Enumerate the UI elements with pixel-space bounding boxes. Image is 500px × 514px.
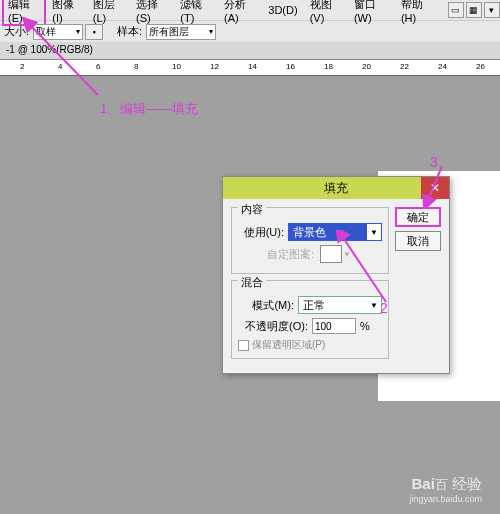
watermark-brand2: 经验 <box>452 475 482 492</box>
menu-analysis[interactable]: 分析(A) <box>218 0 262 26</box>
chevron-down-icon: ▼ <box>367 228 381 237</box>
mode-value: 正常 <box>299 298 367 313</box>
cancel-button[interactable]: 取消 <box>395 231 441 251</box>
toolbar-extra-2[interactable]: ▦ <box>466 2 482 18</box>
toolbar-extra-3[interactable]: ▾ <box>484 2 500 18</box>
percent-label: % <box>360 320 370 332</box>
menu-filter[interactable]: 滤镜(T) <box>174 0 218 26</box>
close-button[interactable]: ✕ <box>421 177 449 199</box>
blend-group: 混合 模式(M): 正常 ▼ 不透明度(O): 100 % 保留透明区域(P) <box>231 280 389 359</box>
chevron-down-icon: ▼ <box>343 250 351 259</box>
ruler-mark: 2 <box>20 62 24 71</box>
watermark-brand: Bai <box>411 475 434 492</box>
pattern-swatch[interactable] <box>320 245 342 263</box>
preserve-label: 保留透明区域(P) <box>252 338 325 352</box>
sample-label: 样本: <box>117 24 142 39</box>
use-select-value: 背景色 <box>289 224 367 240</box>
ruler-mark: 4 <box>58 62 62 71</box>
content-group-label: 内容 <box>238 202 266 217</box>
annotation-text-3: 3 <box>430 154 438 170</box>
menu-3d[interactable]: 3D(D) <box>262 2 303 18</box>
watermark: Bai百 经验 jingyan.baidu.com <box>409 475 482 504</box>
ok-button[interactable]: 确定 <box>395 207 441 227</box>
mode-select[interactable]: 正常 ▼ <box>298 296 382 314</box>
ruler-mark: 22 <box>400 62 409 71</box>
mode-label: 模式(M): <box>238 298 294 313</box>
ruler-horizontal: 2 4 6 8 10 12 14 16 18 20 22 24 26 <box>0 60 500 76</box>
pattern-label: 自定图案: <box>238 247 314 262</box>
ruler-mark: 18 <box>324 62 333 71</box>
ruler-mark: 20 <box>362 62 371 71</box>
opacity-input[interactable]: 100 <box>312 318 356 334</box>
fill-dialog: 填充 ✕ 内容 使用(U): 背景色 ▼ 自定图案: ▼ <box>222 176 450 374</box>
ruler-mark: 24 <box>438 62 447 71</box>
menu-image[interactable]: 图像(I) <box>46 0 87 26</box>
menu-help[interactable]: 帮助(H) <box>395 0 440 26</box>
annotation-text-1: 1、编辑——填充 <box>100 100 198 118</box>
dialog-title-text: 填充 <box>324 180 348 197</box>
ruler-mark: 10 <box>172 62 181 71</box>
ruler-mark: 8 <box>134 62 138 71</box>
use-select[interactable]: 背景色 ▼ <box>288 223 382 241</box>
menu-select[interactable]: 选择(S) <box>130 0 174 26</box>
document-tab[interactable]: -1 @ 100%(RGB/8) <box>0 42 500 60</box>
dialog-titlebar[interactable]: 填充 ✕ <box>223 177 449 199</box>
menu-edit[interactable]: 编辑(E) <box>2 0 46 26</box>
sample-select[interactable]: 所有图层▾ <box>146 24 216 40</box>
swatch-button[interactable]: ▪ <box>85 24 103 40</box>
ruler-mark: 14 <box>248 62 257 71</box>
menubar: 编辑(E) 图像(I) 图层(L) 选择(S) 滤镜(T) 分析(A) 3D(D… <box>0 0 500 20</box>
use-label: 使用(U): <box>238 225 284 240</box>
ruler-mark: 6 <box>96 62 100 71</box>
ruler-mark: 26 <box>476 62 485 71</box>
ruler-mark: 12 <box>210 62 219 71</box>
ruler-mark: 16 <box>286 62 295 71</box>
opacity-label: 不透明度(O): <box>238 319 308 334</box>
blend-group-label: 混合 <box>238 275 266 290</box>
preserve-checkbox[interactable] <box>238 340 249 351</box>
toolbar-extra-1[interactable]: ▭ <box>448 2 464 18</box>
annotation-text-2: 2 <box>380 300 388 316</box>
watermark-url: jingyan.baidu.com <box>409 494 482 504</box>
size-select[interactable]: 取样▾ <box>33 24 83 40</box>
menu-window[interactable]: 窗口(W) <box>348 0 395 26</box>
menu-view[interactable]: 视图(V) <box>304 0 348 26</box>
menu-layer[interactable]: 图层(L) <box>87 0 130 26</box>
size-label: 大小: <box>4 24 29 39</box>
content-group: 内容 使用(U): 背景色 ▼ 自定图案: ▼ <box>231 207 389 274</box>
close-icon: ✕ <box>430 181 440 195</box>
chevron-down-icon: ▼ <box>367 301 381 310</box>
